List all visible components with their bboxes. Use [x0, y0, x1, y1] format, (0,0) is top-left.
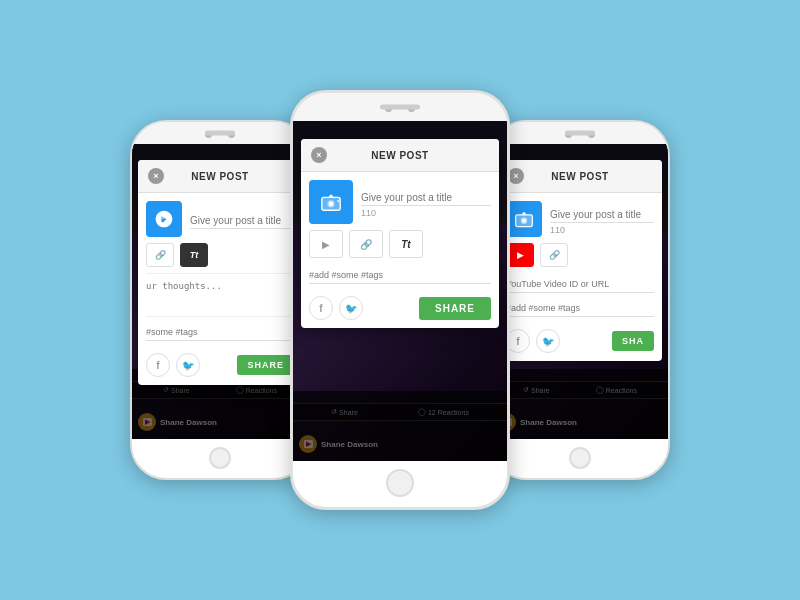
tags-input-right[interactable] — [506, 300, 654, 317]
phone-bottom-bar-right — [492, 439, 668, 477]
modal-title-center: NEW POST — [371, 150, 428, 161]
title-input-area-center: 110 — [361, 187, 491, 218]
facebook-icon-left[interactable]: f — [146, 353, 170, 377]
modal-header-center: × NEW POST — [301, 139, 499, 172]
type-buttons-center: ▶ 🔗 Tt — [309, 230, 491, 258]
new-post-modal-center: × NEW POST — [301, 139, 499, 328]
svg-point-3 — [329, 202, 334, 207]
modal-title-right: NEW POST — [551, 171, 608, 182]
link-btn-center[interactable]: 🔗 — [349, 230, 383, 258]
share-button-left[interactable]: SHARE — [237, 355, 294, 375]
speaker-left — [205, 131, 235, 136]
modal-body-right: 110 ▶ 🔗 f 🐦 SHA — [498, 193, 662, 361]
yt-input-right[interactable] — [506, 276, 654, 293]
text-btn-center[interactable]: Tt — [389, 230, 423, 258]
title-row-right: 110 — [506, 201, 654, 237]
post-type-icon-left — [146, 201, 182, 237]
share-button-right[interactable]: SHA — [612, 331, 654, 351]
share-bar-right: f 🐦 SHA — [506, 329, 654, 353]
text-btn-left[interactable]: Tt — [180, 243, 208, 267]
phone-top-bar-left — [132, 122, 308, 144]
phone-screen-center: ▣ ◁ ⊟ ▶ ▣ ⊡ 4G ▌▌▌ 10:49 PM ↺ Share — [293, 121, 507, 461]
title-input-area-right: 110 — [550, 204, 654, 235]
home-button-right[interactable] — [569, 447, 591, 469]
camera-icon-center — [320, 191, 342, 213]
title-input-right[interactable] — [550, 207, 654, 223]
post-type-icon-center — [309, 180, 353, 224]
sep2-left — [146, 316, 294, 317]
title-input-center[interactable] — [361, 190, 491, 206]
phones-container: ▣ ◁ ⊟ ▷ 4G 10:49 PM ↺ Share — [0, 0, 800, 600]
link-btn-left[interactable]: 🔗 — [146, 243, 174, 267]
phone-screen-right: ▣ ◁ ⊟ ▶ ▣ 4G 10:49 PM ↺ Share — [492, 144, 668, 439]
phone-center: ▣ ◁ ⊟ ▶ ▣ ⊡ 4G ▌▌▌ 10:49 PM ↺ Share — [290, 90, 510, 510]
home-button-center[interactable] — [386, 469, 414, 497]
youtube-btn-right[interactable]: ▶ — [506, 243, 534, 267]
twitter-icon-right[interactable]: 🐦 — [536, 329, 560, 353]
share-bar-center: f 🐦 SHARE — [309, 296, 491, 320]
title-input-left[interactable] — [190, 213, 294, 229]
twitter-icon-center[interactable]: 🐦 — [339, 296, 363, 320]
close-button-center[interactable]: × — [311, 147, 327, 163]
new-post-modal-left: × NEW POST — [138, 160, 302, 385]
char-count-center: 110 — [361, 208, 491, 218]
modal-header-left: × NEW POST — [138, 160, 302, 193]
modal-body-center: 110 ▶ 🔗 Tt f 🐦 SHARE — [301, 172, 499, 328]
youtube-btn-center[interactable]: ▶ — [309, 230, 343, 258]
title-row-left — [146, 201, 294, 237]
phone-top-bar-center — [293, 93, 507, 121]
home-button-left[interactable] — [209, 447, 231, 469]
modal-title-left: NEW POST — [191, 171, 248, 182]
sep-left — [146, 273, 294, 274]
share-bar-left: f 🐦 SHARE — [146, 353, 294, 377]
new-post-modal-right: × NEW POST — [498, 160, 662, 361]
phone-top-bar-right — [492, 122, 668, 144]
close-button-right[interactable]: × — [508, 168, 524, 184]
phone-bottom-bar-center — [293, 461, 507, 505]
type-buttons-right: ▶ 🔗 — [506, 243, 654, 267]
camera-icon-right — [514, 209, 534, 229]
modal-header-right: × NEW POST — [498, 160, 662, 193]
tags-input-left[interactable] — [146, 324, 294, 341]
share-button-center[interactable]: SHARE — [419, 297, 491, 320]
twitter-icon-left[interactable]: 🐦 — [176, 353, 200, 377]
title-input-area-left — [190, 210, 294, 229]
phone-right: ▣ ◁ ⊟ ▶ ▣ 4G 10:49 PM ↺ Share — [490, 120, 670, 480]
camera-upload-icon-left — [154, 209, 174, 229]
close-button-left[interactable]: × — [148, 168, 164, 184]
svg-point-6 — [522, 219, 526, 223]
link-btn-right[interactable]: 🔗 — [540, 243, 568, 267]
speaker-right — [565, 131, 595, 136]
speaker-center — [380, 105, 420, 110]
facebook-icon-center[interactable]: f — [309, 296, 333, 320]
type-buttons-left: 🔗 Tt — [146, 243, 294, 267]
tags-input-center[interactable] — [309, 267, 491, 284]
title-row-center: 110 — [309, 180, 491, 224]
phone-left: ▣ ◁ ⊟ ▷ 4G 10:49 PM ↺ Share — [130, 120, 310, 480]
char-count-right: 110 — [550, 225, 654, 235]
post-type-icon-right — [506, 201, 542, 237]
modal-body-left: 🔗 Tt f 🐦 SHARE — [138, 193, 302, 385]
phone-screen-left: ▣ ◁ ⊟ ▷ 4G 10:49 PM ↺ Share — [132, 144, 308, 439]
phone-bottom-bar-left — [132, 439, 308, 477]
thoughts-input-left[interactable] — [146, 278, 294, 304]
